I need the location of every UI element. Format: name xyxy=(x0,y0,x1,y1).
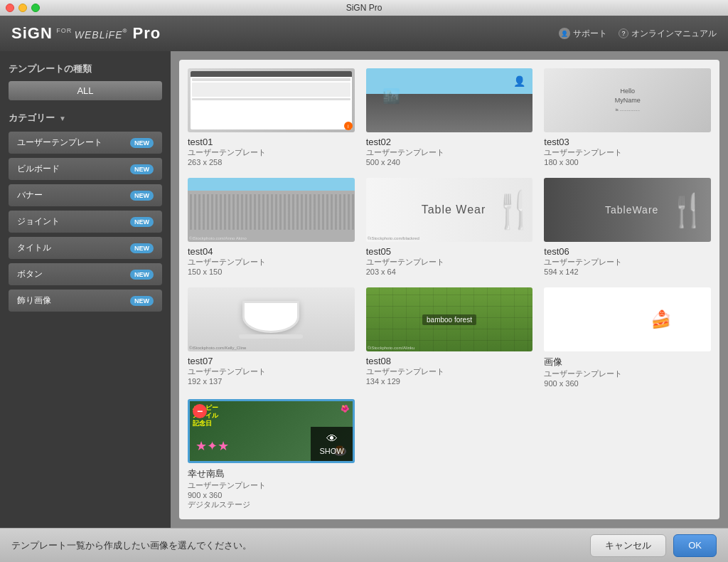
window-title: SiGN Pro xyxy=(346,3,382,13)
category-header: カテゴリー ▼ xyxy=(9,112,162,124)
close-button[interactable] xyxy=(6,4,14,12)
sidebar-item-label: ジョイント xyxy=(17,216,60,228)
template-type: ユーザーテンプレート xyxy=(544,257,711,267)
bottom-buttons: キャンセル OK xyxy=(590,534,717,557)
sidebar-item-label: バナー xyxy=(17,189,43,201)
template-info: test04 ユーザーテンプレート 150 x 150 xyxy=(188,246,355,276)
sidebar-item-label: ユーザーテンプレート xyxy=(17,137,102,149)
crowd-pattern xyxy=(188,194,355,230)
template-info: test05 ユーザーテンプレート 203 x 64 xyxy=(366,246,533,276)
template-info: test06 ユーザーテンプレート 594 x 142 xyxy=(544,246,711,276)
template-size: 134 x 129 xyxy=(366,377,533,386)
template-type: ユーザーテンプレート xyxy=(188,366,355,377)
template-type: ユーザーテンプレート xyxy=(366,147,533,158)
template-thumbnail[interactable]: ©iStockphoto.com/Anno Akino xyxy=(188,178,355,242)
template-name: test05 xyxy=(366,246,533,257)
template-type: ユーザーテンプレート xyxy=(188,147,355,158)
template-size: 180 x 300 xyxy=(544,158,711,166)
eye-icon: 👁 xyxy=(326,433,338,445)
template-info: test07 ユーザーテンプレート 192 x 137 xyxy=(188,356,355,386)
sidebar-item-deco-image[interactable]: 飾り画像 NEW xyxy=(9,290,162,312)
template-size: 594 x 142 xyxy=(544,267,711,276)
app-logo: SiGN FOR WEBLiFE® Pro xyxy=(11,24,161,43)
app-header: SiGN FOR WEBLiFE® Pro 👤 サポート ? オンラインマニュア… xyxy=(0,16,728,51)
sidebar-item-title[interactable]: タイトル NEW xyxy=(9,237,162,259)
template-item[interactable]: ©iStockphoto.com/Anno Akino test04 ユーザーテ… xyxy=(188,178,355,276)
template-item[interactable]: HelloMyNameis ................. test03 ユ… xyxy=(544,68,711,166)
content-inner: i test01 ユーザーテンプレート 263 x 258 🏙️ 👤 xyxy=(179,60,719,519)
category-arrow-icon: ▼ xyxy=(59,115,66,122)
template-size: 900 x 360 xyxy=(544,379,711,388)
sidebar-item-label: 飾り画像 xyxy=(17,295,51,307)
all-button[interactable]: ALL xyxy=(9,81,162,100)
sidebar-item-label: ビルボード xyxy=(17,163,60,175)
template-name: test06 xyxy=(544,246,711,257)
ok-button[interactable]: OK xyxy=(673,534,717,557)
delete-button[interactable]: − xyxy=(193,404,207,418)
template-type: ユーザーテンプレート xyxy=(188,480,355,491)
template-name: test07 xyxy=(188,356,355,366)
bottom-message: テンプレート一覧から作成したい画像を選んでください。 xyxy=(11,539,252,552)
template-thumbnail[interactable]: i xyxy=(188,68,355,132)
template-size: 263 x 258 xyxy=(188,158,355,166)
sidebar: テンプレートの種類 ALL カテゴリー ▼ ユーザーテンプレート NEW ビルボ… xyxy=(0,51,171,528)
show-label: SHOW xyxy=(319,447,343,455)
new-badge: NEW xyxy=(130,191,154,201)
header-nav: 👤 サポート ? オンラインマニュアル xyxy=(559,28,717,40)
sidebar-item-billboard[interactable]: ビルボード NEW xyxy=(9,158,162,180)
support-icon: 👤 xyxy=(559,28,570,39)
template-item[interactable]: Table Wear 🍴 ©iStockphoto.com/blackred t… xyxy=(366,178,533,276)
sidebar-item-button[interactable]: ボタン NEW xyxy=(9,263,162,285)
content-area: i test01 ユーザーテンプレート 263 x 258 🏙️ 👤 xyxy=(171,51,728,528)
manual-icon: ? xyxy=(619,28,628,38)
template-thumbnail[interactable]: ©iStockphoto.com/Alinku bamboo forest xyxy=(366,287,533,351)
template-info: 画像 ユーザーテンプレート 900 x 360 xyxy=(544,356,711,388)
sidebar-item-label: タイトル xyxy=(17,242,51,254)
template-type: ユーザーテンプレート xyxy=(544,147,711,158)
template-size: 192 x 137 xyxy=(188,377,355,386)
template-name: 画像 xyxy=(544,356,711,369)
template-item[interactable]: ©iStockphoto.com/Kelly_Cline test07 ユーザー… xyxy=(188,287,355,388)
template-thumbnail[interactable]: 🏙️ 👤 xyxy=(366,68,533,132)
template-grid: i test01 ユーザーテンプレート 263 x 258 🏙️ 👤 xyxy=(188,68,711,510)
template-type: ユーザーテンプレート xyxy=(544,369,711,379)
template-item-selected[interactable]: ハッピースマイル記念日 ★✦★ 🍮 🌺 − 👁 SHOW xyxy=(188,399,355,510)
template-thumbnail[interactable]: TableWare 🍴 xyxy=(544,178,711,242)
new-badge: NEW xyxy=(130,217,154,227)
template-thumbnail[interactable]: ©iStockphoto.com/Kelly_Cline xyxy=(188,287,355,351)
show-button[interactable]: 👁 SHOW xyxy=(311,427,352,461)
new-badge: NEW xyxy=(130,164,154,174)
template-item[interactable]: 🍰 画像 ユーザーテンプレート 900 x 360 xyxy=(544,287,711,388)
new-badge: NEW xyxy=(130,138,154,148)
template-info: test01 ユーザーテンプレート 263 x 258 xyxy=(188,137,355,166)
template-size: 203 x 64 xyxy=(366,267,533,276)
new-badge: NEW xyxy=(130,243,154,253)
template-info: test03 ユーザーテンプレート 180 x 300 xyxy=(544,137,711,166)
sidebar-item-banner[interactable]: バナー NEW xyxy=(9,184,162,206)
template-size: 150 x 150 xyxy=(188,267,355,276)
template-name: test02 xyxy=(366,137,533,147)
template-item[interactable]: 🏙️ 👤 test02 ユーザーテンプレート 500 x 240 xyxy=(366,68,533,166)
nav-manual-label: オンラインマニュアル xyxy=(631,28,717,40)
template-thumbnail[interactable]: Table Wear 🍴 ©iStockphoto.com/blackred xyxy=(366,178,533,242)
cancel-button[interactable]: キャンセル xyxy=(590,534,666,557)
template-thumbnail[interactable]: 🍰 xyxy=(544,287,711,351)
template-item[interactable]: i test01 ユーザーテンプレート 263 x 258 xyxy=(188,68,355,166)
maximize-button[interactable] xyxy=(31,4,40,12)
template-thumbnail-selected[interactable]: ハッピースマイル記念日 ★✦★ 🍮 🌺 − 👁 SHOW xyxy=(188,399,355,463)
sidebar-item-joint[interactable]: ジョイント NEW xyxy=(9,211,162,233)
template-info: 幸せ南島 ユーザーテンプレート 900 x 360 デジタルステージ xyxy=(188,467,355,510)
new-badge: NEW xyxy=(130,270,154,280)
template-item[interactable]: TableWare 🍴 test06 ユーザーテンプレート 594 x 142 xyxy=(544,178,711,276)
template-type: ユーザーテンプレート xyxy=(366,366,533,377)
minimize-button[interactable] xyxy=(18,4,27,12)
nav-support[interactable]: 👤 サポート xyxy=(559,28,607,40)
template-size: 900 x 360 xyxy=(188,491,355,499)
template-item[interactable]: ©iStockphoto.com/Alinku bamboo forest te… xyxy=(366,287,533,388)
template-thumbnail[interactable]: HelloMyNameis ................. xyxy=(544,68,711,132)
template-name: test08 xyxy=(366,356,533,366)
template-type-label: テンプレートの種類 xyxy=(9,63,162,75)
nav-manual[interactable]: ? オンラインマニュアル xyxy=(619,28,717,40)
sidebar-item-label: ボタン xyxy=(17,268,43,280)
sidebar-item-user-template[interactable]: ユーザーテンプレート NEW xyxy=(9,132,162,154)
